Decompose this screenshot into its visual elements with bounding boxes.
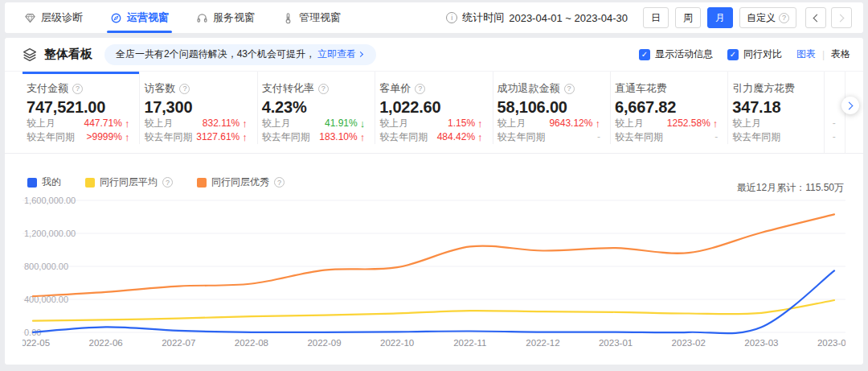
x-axis-tick: 2023-03 bbox=[744, 338, 778, 348]
summary-value: 115.50万 bbox=[805, 182, 844, 193]
metric-name: 支付转化率 bbox=[262, 81, 314, 96]
arrow-up-icon: ↑ bbox=[125, 117, 130, 130]
metric-card[interactable]: 访客数?17,300较上月832.11%↑较去年同期3127.61%↑ bbox=[140, 72, 257, 144]
range-button[interactable]: 周 bbox=[675, 7, 701, 28]
topbar-tab[interactable]: 管理视窗 bbox=[282, 2, 341, 33]
metric-card[interactable]: 引力魔方花费347.18较上月-较去年同期- bbox=[728, 72, 845, 144]
compare-value: 484.42%↑ bbox=[437, 130, 483, 144]
view-chart-link[interactable]: 图表 bbox=[796, 47, 816, 61]
arrow-up-icon: ↑ bbox=[477, 117, 483, 130]
metric-name: 客单价 bbox=[379, 81, 411, 96]
arrow-up-icon: ↑ bbox=[713, 117, 719, 130]
next-period-button[interactable] bbox=[831, 7, 852, 28]
compare-percent: - bbox=[833, 117, 836, 130]
compare-row: 较去年同期- bbox=[615, 130, 718, 144]
compare-percent: 832.11% bbox=[203, 117, 240, 130]
compare-value: 183.10%↑ bbox=[319, 130, 365, 144]
prev-period-button[interactable] bbox=[805, 7, 826, 28]
question-circle-icon: ? bbox=[179, 84, 190, 94]
toggle-option[interactable]: ✓同行对比 bbox=[727, 47, 782, 61]
compare-percent: - bbox=[714, 130, 718, 144]
compare-percent: 484.42% bbox=[437, 130, 475, 144]
metric-name: 支付金额 bbox=[27, 81, 68, 96]
board-header: 整体看板 全店一共有2个问题待解决，43个机会可提升， 立即查看 ✓显示活动信息… bbox=[5, 38, 863, 71]
metric-card[interactable]: 成功退款金额?58,106.00较上月9643.12%↑较去年同期- bbox=[493, 72, 611, 144]
legend-swatch bbox=[27, 178, 37, 188]
metric-card-title: 成功退款金额? bbox=[497, 81, 600, 96]
topbar-tab-label: 服务视窗 bbox=[213, 10, 255, 25]
date-range-group: 日周月自定义? bbox=[643, 7, 796, 28]
topbar-tab[interactable]: 服务视窗 bbox=[196, 2, 255, 33]
compare-value: 447.71%↑ bbox=[84, 117, 130, 130]
topbar-tab[interactable]: 运营视窗 bbox=[110, 2, 169, 33]
cards-next-button[interactable] bbox=[841, 97, 859, 114]
metric-card-title: 客单价? bbox=[379, 81, 482, 96]
legend-label: 我的 bbox=[42, 175, 61, 189]
range-button[interactable]: 自定义? bbox=[739, 7, 796, 28]
metric-value: 58,106.00 bbox=[497, 98, 600, 117]
checkbox-checked-icon[interactable]: ✓ bbox=[727, 49, 739, 60]
x-axis-tick: 2022-08 bbox=[235, 338, 268, 348]
x-axis-tick: 2022-12 bbox=[526, 338, 559, 348]
arrow-down-icon: ↓ bbox=[360, 117, 366, 130]
metric-card[interactable]: 支付转化率?4.23%较上月41.91%↓较去年同期183.10%↑ bbox=[258, 72, 375, 144]
compare-label: 较上月 bbox=[379, 117, 408, 130]
metric-value: 1,022.60 bbox=[379, 98, 482, 117]
compare-row: 较去年同期484.42%↑ bbox=[379, 130, 482, 144]
range-button-label: 日 bbox=[651, 11, 661, 25]
compare-label: 较去年同期 bbox=[497, 130, 546, 144]
metric-card[interactable]: 客单价?1,022.60较上月1.15%↑较去年同期484.42%↑ bbox=[375, 72, 493, 144]
question-circle-icon: ? bbox=[415, 84, 425, 94]
thermometer-icon bbox=[282, 12, 294, 24]
topbar-tabs: 层级诊断运营视窗服务视窗管理视窗 bbox=[24, 2, 341, 33]
question-circle-icon: ? bbox=[564, 84, 575, 94]
range-button[interactable]: 日 bbox=[643, 7, 669, 28]
compare-label: 较去年同期 bbox=[615, 130, 663, 144]
compare-percent: 3127.61% bbox=[196, 130, 240, 144]
metric-cards-band: 支付金额?747,521.00较上月447.71%↑较去年同期>9999%↑访客… bbox=[5, 71, 863, 154]
topbar-tab-label: 运营视窗 bbox=[127, 10, 169, 25]
compare-label: 较上月 bbox=[27, 117, 55, 130]
toggle-label: 同行对比 bbox=[743, 47, 782, 61]
legend-item[interactable]: 我的 bbox=[27, 175, 61, 189]
pager bbox=[805, 7, 852, 28]
compare-value: - bbox=[833, 117, 836, 130]
notice-link[interactable]: 立即查看 bbox=[317, 47, 356, 61]
chart-line bbox=[33, 270, 834, 333]
summary-12m: 最近12月累计：115.50万 bbox=[737, 181, 844, 195]
toggle-option[interactable]: ✓显示活动信息 bbox=[639, 47, 713, 61]
metric-card[interactable]: 支付金额?747,521.00较上月447.71%↑较去年同期>9999%↑ bbox=[23, 72, 140, 144]
metric-name: 访客数 bbox=[144, 81, 175, 96]
x-axis-tick: 2023-02 bbox=[672, 338, 706, 348]
metric-card-title: 支付转化率? bbox=[262, 81, 365, 96]
compare-value: 9643.12%↑ bbox=[549, 117, 600, 130]
metric-card[interactable]: 直通车花费6,667.82较上月1252.58%↑较去年同期- bbox=[611, 72, 728, 144]
compare-percent: 9643.12% bbox=[549, 117, 592, 130]
compare-percent: 447.71% bbox=[84, 117, 122, 130]
x-axis-tick: 2023-04 bbox=[817, 338, 845, 348]
compare-label: 较上月 bbox=[497, 117, 526, 130]
arrow-up-icon: ↑ bbox=[125, 130, 130, 144]
chevron-right-icon bbox=[358, 52, 363, 57]
metric-cards-row: 支付金额?747,521.00较上月447.71%↑较去年同期>9999%↑访客… bbox=[23, 72, 845, 144]
legend-item[interactable]: 同行同层平均? bbox=[85, 175, 173, 189]
range-button[interactable]: 月 bbox=[707, 7, 733, 28]
metric-value: 347.18 bbox=[732, 98, 835, 117]
compare-label: 较去年同期 bbox=[27, 130, 75, 144]
compare-label: 较上月 bbox=[262, 117, 291, 130]
metric-card-title: 直通车花费 bbox=[615, 81, 718, 96]
legend-item[interactable]: 同行同层优秀? bbox=[197, 175, 285, 189]
metric-card-title: 访客数? bbox=[144, 81, 247, 96]
layers-icon bbox=[23, 47, 37, 62]
trend-line-chart: 0.00400,000.00800,000.001,200,000.001,60… bbox=[23, 196, 845, 357]
view-table-link[interactable]: 表格 bbox=[831, 47, 850, 61]
legend-label: 同行同层优秀 bbox=[211, 175, 269, 189]
overview-panel: 整体看板 全店一共有2个问题待解决，43个机会可提升， 立即查看 ✓显示活动信息… bbox=[5, 38, 863, 365]
x-axis-tick: 2022-09 bbox=[307, 338, 341, 348]
y-axis-tick: 800,000.00 bbox=[24, 262, 68, 271]
arrow-up-icon: ↑ bbox=[242, 130, 248, 144]
chart-section: 最近12月累计：115.50万 我的同行同层平均?同行同层优秀? 0.00400… bbox=[5, 175, 863, 357]
checkbox-checked-icon[interactable]: ✓ bbox=[639, 49, 650, 60]
board-header-left: 整体看板 全店一共有2个问题待解决，43个机会可提升， 立即查看 bbox=[23, 44, 376, 65]
topbar-tab[interactable]: 层级诊断 bbox=[24, 2, 83, 33]
